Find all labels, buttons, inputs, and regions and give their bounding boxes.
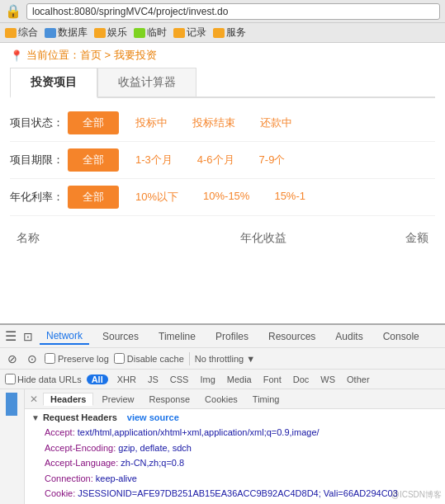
browser-chrome: 🔒 — [0, 0, 445, 23]
bookmark-label: 临时 — [147, 26, 167, 40]
request-tabs: ✕ Headers Preview Response Cookies Timin… — [25, 389, 445, 409]
hide-data-urls-input[interactable] — [5, 374, 16, 384]
filter-option-投标结束[interactable]: 投标结束 — [192, 115, 235, 130]
bookmark-icon — [5, 28, 17, 38]
filter-all-rate[interactable]: 全部 — [68, 186, 119, 209]
filter-row-status: 项目状态： 全部 投标中 投标结束 还款中 — [10, 105, 435, 142]
filter-ws[interactable]: WS — [316, 374, 339, 385]
disable-cache-input[interactable] — [114, 353, 125, 364]
filter-label-rate: 年化利率： — [10, 190, 68, 205]
devtools-tabbar: ☰ ⊡ Network Sources Timeline Profiles Re… — [0, 325, 445, 348]
bookmark-icon — [94, 28, 106, 38]
req-tab-timing[interactable]: Timing — [246, 393, 286, 405]
filter-option-还款中[interactable]: 还款中 — [260, 115, 292, 130]
hide-data-urls-checkbox[interactable]: Hide data URLs — [5, 374, 82, 384]
header-accept: Accept: text/html,application/xhtml+xml,… — [31, 425, 438, 440]
req-tab-preview[interactable]: Preview — [95, 393, 140, 405]
filter-all-period[interactable]: 全部 — [68, 148, 119, 172]
filter-option-7-9[interactable]: 7-9个 — [259, 153, 286, 167]
filter-option-1-3[interactable]: 1-3个月 — [135, 153, 173, 167]
filter-option-4-6[interactable]: 4-6个月 — [197, 153, 234, 167]
filter-js[interactable]: JS — [144, 374, 163, 385]
filter-section: 项目状态： 全部 投标中 投标结束 还款中 项目期限： 全部 1-3个月 4-6… — [0, 105, 445, 216]
header-value-language: zh-CN,zh;q=0.8 — [121, 458, 184, 468]
page-content: 📍 当前位置：首页 > 我要投资 投资项目 收益计算器 项目状态： 全部 投标中… — [0, 43, 445, 323]
req-tab-headers[interactable]: Headers — [43, 393, 93, 406]
filter-row-rate: 年化利率： 全部 10%以下 10%-15% 15%-1 — [10, 179, 435, 216]
filter-other[interactable]: Other — [343, 374, 374, 385]
throttle-label: No throttling — [195, 354, 244, 364]
req-tab-response[interactable]: Response — [143, 393, 197, 405]
bookmark-综合[interactable]: 综合 — [5, 26, 38, 40]
filter-all-badge[interactable]: All — [87, 374, 108, 384]
address-bar[interactable] — [26, 3, 440, 20]
request-content: ▼ Request Headers view source Accept: te… — [25, 409, 445, 504]
location-icon: 📍 — [10, 49, 23, 62]
throttle-chevron-icon[interactable]: ▼ — [246, 354, 255, 364]
disable-cache-checkbox[interactable]: Disable cache — [114, 353, 184, 364]
clear-button[interactable]: ⊘ — [5, 351, 20, 366]
breadcrumb-text: 当前位置：首页 > 我要投资 — [26, 48, 157, 63]
filter-label-status: 项目状态： — [10, 115, 68, 130]
bookmarks-bar: 综合 数据库 娱乐 临时 记录 服务 — [0, 23, 445, 43]
req-tab-cookies[interactable]: Cookies — [198, 393, 244, 405]
close-panel-button[interactable]: ✕ — [30, 393, 38, 405]
filter-option-10below[interactable]: 10%以下 — [135, 190, 178, 205]
tab-console[interactable]: Console — [376, 329, 426, 344]
filter-option-15plus[interactable]: 15%-1 — [274, 190, 305, 205]
header-value-connection: keep-alive — [96, 473, 137, 483]
filter-options-rate: 10%以下 10%-15% 15%-1 — [135, 190, 305, 205]
tab-audits[interactable]: Audits — [329, 329, 369, 344]
filter-xhr[interactable]: XHR — [113, 374, 140, 385]
header-key-language: Accept-Language: — [45, 458, 118, 468]
devtools-menu-icon[interactable]: ☰ — [5, 328, 17, 344]
page-tabs: 投资项目 收益计算器 — [10, 68, 435, 98]
header-value-encoding: gzip, deflate, sdch — [118, 443, 192, 453]
header-key-connection: Connection: — [45, 473, 93, 483]
browser-security-icon: 🔒 — [5, 3, 21, 19]
devtools-main-panel: ✕ Headers Preview Response Cookies Timin… — [25, 389, 445, 504]
view-source-link[interactable]: view source — [127, 412, 179, 422]
header-dnt: DNT: 1 — [31, 502, 438, 505]
bookmark-娱乐[interactable]: 娱乐 — [94, 26, 127, 40]
bookmark-记录[interactable]: 记录 — [173, 26, 206, 40]
filter-label-period: 项目期限： — [10, 153, 68, 167]
devtools-content: ✕ Headers Preview Response Cookies Timin… — [0, 389, 445, 504]
filter-media[interactable]: Media — [223, 374, 256, 385]
filter-css[interactable]: CSS — [166, 374, 193, 385]
header-key-encoding: Accept-Encoding: — [45, 443, 116, 453]
filter-img[interactable]: Img — [196, 374, 219, 385]
filter-button[interactable]: ⊙ — [25, 351, 40, 366]
tab-sources[interactable]: Sources — [96, 329, 145, 344]
tab-profiles[interactable]: Profiles — [209, 329, 255, 344]
filter-font[interactable]: Font — [259, 374, 286, 385]
tab-timeline[interactable]: Timeline — [152, 329, 202, 344]
filter-option-10-15[interactable]: 10%-15% — [203, 190, 249, 205]
bookmark-临时[interactable]: 临时 — [134, 26, 167, 40]
network-entry-indicator[interactable] — [6, 393, 17, 416]
tab-投资项目[interactable]: 投资项目 — [10, 68, 97, 98]
filter-options-status: 投标中 投标结束 还款中 — [135, 115, 292, 130]
preserve-log-input[interactable] — [45, 353, 55, 364]
tab-network[interactable]: Network — [40, 328, 89, 345]
preserve-log-checkbox[interactable]: Preserve log — [45, 353, 109, 364]
filter-option-投标中[interactable]: 投标中 — [135, 115, 168, 130]
header-cookie: Cookie: JSESSIONID=AFE97DB251AB15EA36ACC… — [31, 486, 438, 502]
devtools-panel: ☰ ⊡ Network Sources Timeline Profiles Re… — [0, 323, 445, 504]
filter-options-period: 1-3个月 4-6个月 7-9个 — [135, 153, 285, 167]
devtools-inspect-icon[interactable]: ⊡ — [23, 330, 33, 343]
table-header: 名称 年化收益 金额 — [0, 223, 445, 254]
filter-all-status[interactable]: 全部 — [68, 111, 119, 134]
filter-doc[interactable]: Doc — [289, 374, 314, 385]
th-yield: 年化收益 — [182, 231, 347, 246]
tab-resources[interactable]: Resources — [262, 329, 322, 344]
bookmark-服务[interactable]: 服务 — [213, 26, 246, 40]
header-connection: Connection: keep-alive — [31, 471, 438, 487]
bookmark-数据库[interactable]: 数据库 — [45, 26, 88, 40]
hide-data-urls-label: Hide data URLs — [17, 374, 82, 384]
bookmark-icon — [45, 28, 56, 38]
triangle-icon: ▼ — [31, 413, 40, 422]
bookmark-label: 数据库 — [58, 26, 88, 40]
tab-收益计算器[interactable]: 收益计算器 — [97, 68, 196, 97]
bookmark-label: 服务 — [226, 26, 246, 40]
